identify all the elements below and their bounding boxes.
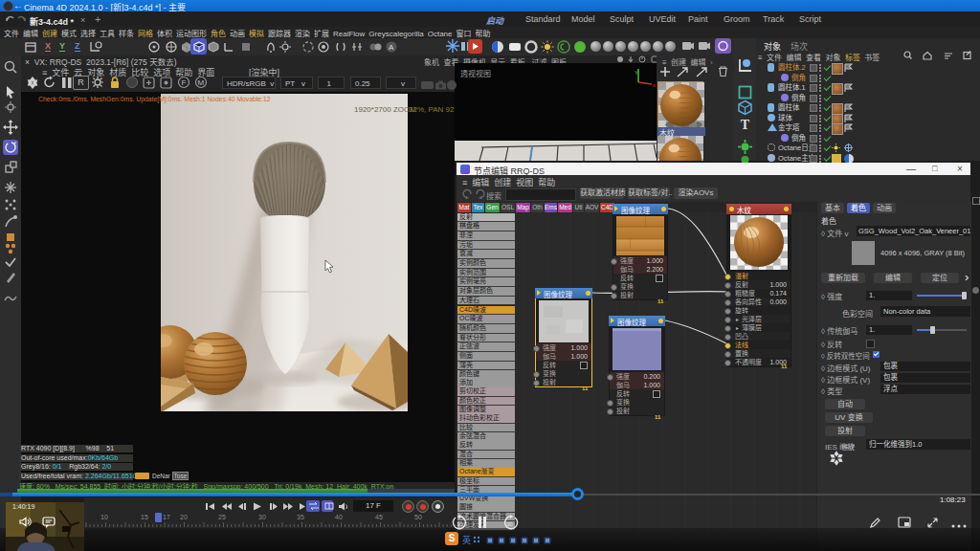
svg-text:M: M: [198, 78, 205, 87]
svg-text:x: x: [653, 82, 656, 88]
svg-text:A: A: [389, 43, 394, 52]
svg-text:Y: Y: [635, 70, 638, 76]
svg-text:F: F: [182, 78, 187, 87]
svg-text:30: 30: [506, 521, 513, 527]
svg-text:10: 10: [457, 521, 463, 527]
